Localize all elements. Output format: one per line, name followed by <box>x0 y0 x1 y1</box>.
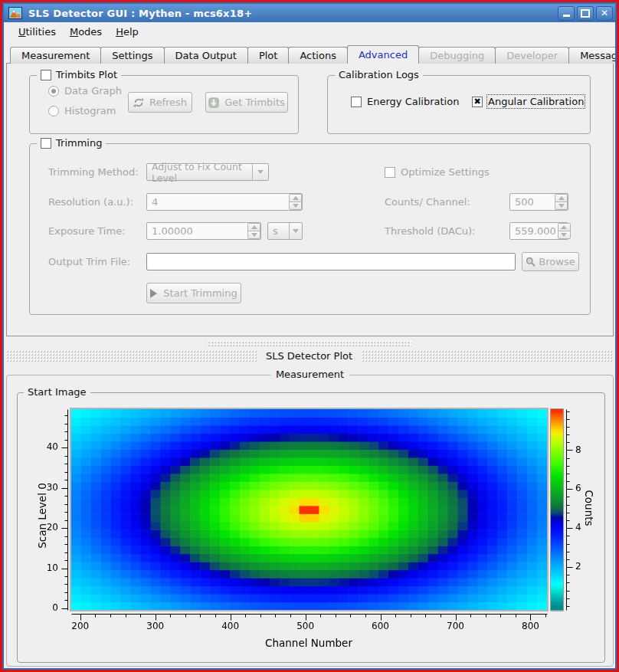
get-trimbits-button[interactable]: Get Trimbits <box>205 92 288 113</box>
counts-channel-label: Counts/ Channel: <box>385 196 470 208</box>
angular-calibration-label: Angular Calibration <box>488 96 584 107</box>
title-bar[interactable]: SLS Detector GUI : Mythen - mcs6x18+ ✕ <box>4 4 615 22</box>
output-trim-file-input[interactable] <box>147 254 515 270</box>
threshold-value: 559.000 <box>510 225 556 237</box>
energy-calibration-checkbox[interactable] <box>351 97 362 107</box>
play-icon <box>150 289 157 298</box>
calibration-logs-title: Calibration Logs <box>339 69 419 80</box>
trimming-checkbox[interactable] <box>41 138 51 149</box>
maximize-icon <box>581 9 590 18</box>
data-graph-radio[interactable] <box>48 86 59 97</box>
exposure-unit-combobox[interactable]: s <box>267 222 303 240</box>
tab-measurement[interactable]: Measurement <box>10 47 101 64</box>
trimming-method-combobox[interactable]: Adjust to Fix Count Level <box>146 163 269 181</box>
tab-developer: Developer <box>495 47 569 64</box>
counts-channel-value: 500 <box>510 196 553 208</box>
x-axis-title: Channel Number <box>232 637 385 649</box>
trimbits-plot-checkbox[interactable] <box>41 70 51 80</box>
exposure-time-label: Exposure Time: <box>48 225 126 237</box>
get-trimbits-label: Get Trimbits <box>224 97 285 108</box>
trimbits-plot-title: Trimbits Plot <box>56 69 117 80</box>
trimming-title: Trimming <box>56 137 102 149</box>
trimming-method-value: Adjust to Fix Count Level <box>147 161 252 184</box>
menu-modes[interactable]: Modes <box>63 24 109 40</box>
measurement-title: Measurement <box>270 369 349 380</box>
start-image-group: Start Image Scan Level 0 Channel Number … <box>17 392 605 663</box>
optimize-settings-label: Optimize Settings <box>401 166 490 178</box>
optimize-settings-checkbox[interactable] <box>385 167 395 178</box>
exposure-time-value: 1.00000 <box>147 225 247 237</box>
threshold-label: Threshold (DACu): <box>385 225 476 237</box>
start-trimming-label: Start Trimming <box>163 287 237 299</box>
tab-debugging: Debugging <box>418 47 496 64</box>
histogram-label: Histogram <box>64 105 116 116</box>
refresh-icon <box>133 97 144 108</box>
histogram-radio[interactable] <box>48 106 59 116</box>
tab-advanced[interactable]: Advanced <box>347 45 419 64</box>
splitter-handle[interactable] <box>208 341 411 346</box>
counts-channel-spinbox[interactable]: 500 <box>509 193 568 211</box>
angular-calibration-checkbox[interactable] <box>472 97 483 107</box>
colorbar-title: Counts <box>583 485 595 531</box>
refresh-label: Refresh <box>149 97 187 108</box>
heatmap-plot-canvas[interactable] <box>19 396 603 657</box>
trimming-method-label: Trimming Method: <box>48 166 139 178</box>
menu-utilities[interactable]: Utilities <box>11 24 63 40</box>
combo-arrow-icon <box>252 164 268 180</box>
magnifier-icon <box>526 257 535 267</box>
energy-calibration-label: Energy Calibration <box>367 96 459 107</box>
tab-actions[interactable]: Actions <box>288 47 348 64</box>
plot-dock-title: SLS Detector Plot <box>257 350 362 362</box>
exposure-time-spinbox[interactable]: 1.00000 <box>146 222 261 240</box>
download-icon <box>208 97 219 108</box>
resolution-label: Resolution (a.u.): <box>48 196 133 208</box>
maximize-button[interactable] <box>577 6 594 21</box>
tab-messages[interactable]: Messages <box>568 47 615 64</box>
menu-help[interactable]: Help <box>109 24 146 40</box>
close-button[interactable]: ✕ <box>596 6 613 21</box>
exposure-unit-value: s <box>268 225 289 237</box>
browse-label: Browse <box>539 256 575 267</box>
resolution-spinbox[interactable]: 4 <box>146 193 303 211</box>
spin-arrows-icon[interactable] <box>289 194 302 210</box>
tab-plot[interactable]: Plot <box>247 47 290 64</box>
y-axis-title: Scan Level 0 <box>36 466 48 565</box>
app-logo-icon <box>8 7 22 19</box>
menu-bar: UtilitiesModesHelp <box>4 22 615 41</box>
output-trim-file-field[interactable] <box>146 253 516 270</box>
tab-bar: MeasurementSettingsData OutputPlotAction… <box>10 45 615 64</box>
spin-arrows-icon[interactable] <box>558 223 571 239</box>
minimize-icon <box>563 15 570 17</box>
tab-data-output[interactable]: Data Output <box>164 47 248 64</box>
trimbits-plot-group: Trimbits Plot Data Graph Histogram <box>29 75 299 134</box>
output-trim-file-label: Output Trim File: <box>48 256 130 267</box>
refresh-button[interactable]: Refresh <box>128 92 192 113</box>
trimming-group: Trimming Trimming Method: Adjust to Fix … <box>29 143 591 315</box>
browse-button[interactable]: Browse <box>522 252 579 271</box>
start-trimming-button[interactable]: Start Trimming <box>146 283 241 303</box>
advanced-tab-pane: Trimbits Plot Data Graph Histogram <box>6 63 614 336</box>
window-title: SLS Detector GUI : Mythen - mcs6x18+ <box>28 8 252 19</box>
plot-dock-titlebar[interactable]: SLS Detector Plot <box>6 350 612 362</box>
app-window: SLS Detector GUI : Mythen - mcs6x18+ ✕ U… <box>0 0 619 672</box>
resolution-value: 4 <box>147 196 287 208</box>
spin-arrows-icon[interactable] <box>247 223 260 239</box>
threshold-spinbox[interactable]: 559.000 <box>509 222 568 240</box>
spin-arrows-icon[interactable] <box>555 194 568 210</box>
tab-settings[interactable]: Settings <box>100 47 164 64</box>
combo-arrow-icon <box>289 223 302 239</box>
minimize-button[interactable] <box>558 6 575 21</box>
data-graph-label: Data Graph <box>64 85 122 97</box>
calibration-logs-group: Calibration Logs Energy Calibration Angu… <box>327 75 591 134</box>
close-icon: ✕ <box>601 8 608 18</box>
